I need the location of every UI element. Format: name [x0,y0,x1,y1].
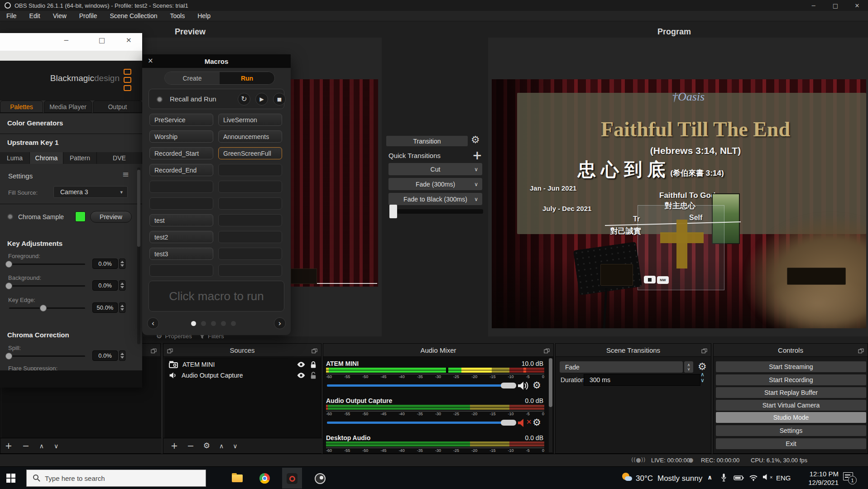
start-replay-buffer-button[interactable]: Start Replay Buffer [716,387,866,398]
bmd-tab-output[interactable]: Output [93,101,142,113]
popout-icon[interactable] [312,347,317,355]
notification-badge[interactable]: 1 [848,476,857,484]
chrome-icon[interactable] [259,473,270,484]
page-dot-active[interactable] [191,321,196,326]
chroma-preview-button[interactable]: Preview [90,211,132,223]
wifi-icon[interactable] [749,475,758,481]
mixer-ch1-gear-icon[interactable]: ⚙ [532,381,541,390]
key-tab-chroma[interactable]: Chroma [30,152,63,164]
bmd-minimize-icon[interactable]: − [63,37,69,44]
move-source-up-icon[interactable]: ∧ [219,443,224,449]
background-value[interactable]: 0.0% [92,280,118,291]
exit-button[interactable]: Exit [716,438,866,449]
settings-menu-icon[interactable]: ≡ [122,170,129,178]
add-scene-icon[interactable]: + [5,441,12,450]
move-source-down-icon[interactable]: ∨ [233,443,237,449]
macro-recorded-end[interactable]: Recorded_End [149,164,213,176]
add-source-icon[interactable]: + [171,441,178,450]
weather-icon[interactable] [621,472,633,484]
start-virtual-camera-button[interactable]: Start Virtual Camera [716,400,866,411]
move-scene-up-icon[interactable]: ∧ [39,443,44,449]
recall-radio[interactable] [157,96,163,102]
move-scene-down-icon[interactable]: ∨ [54,443,58,449]
play-icon[interactable]: ▶ [255,93,268,105]
foreground-slider[interactable] [9,264,85,265]
start-streaming-button[interactable]: Start Streaming [716,361,866,372]
stop-icon[interactable]: ■ [273,93,286,105]
lock-closed-icon[interactable] [310,361,317,369]
chroma-sample-color-swatch[interactable] [75,211,86,222]
spill-slider[interactable] [9,355,85,357]
page-dot[interactable] [221,321,226,326]
menu-help[interactable]: Help [191,11,217,21]
macro-slot-empty[interactable] [149,181,213,193]
obs-taskbar-icon[interactable] [315,473,326,484]
quick-transition-cut[interactable]: Cut∨ [388,163,482,175]
tbar-handle[interactable] [389,205,397,218]
key-edge-slider-handle[interactable] [40,305,47,312]
transition-button[interactable]: Transition [386,136,468,146]
page-next-icon[interactable]: › [274,317,286,329]
macro-slot-empty[interactable] [218,248,282,260]
weather-desc[interactable]: Mostly sunny [657,474,702,483]
studio-mode-button[interactable]: Studio Mode [716,412,866,423]
macro-test[interactable]: test [149,214,213,226]
page-prev-icon[interactable]: ‹ [147,317,159,329]
key-edge-spinner[interactable] [119,302,125,313]
transition-gear-icon[interactable]: ⚙ [471,135,480,145]
macro-test3[interactable]: test3 [149,248,213,260]
menu-tools[interactable]: Tools [164,11,192,21]
macro-slot-empty[interactable] [218,181,282,193]
visibility-eye-icon[interactable] [297,372,306,379]
transition-combo-spinner[interactable]: ∧∨ [684,361,693,373]
background-slider-handle[interactable] [5,283,12,289]
macros-tab-run[interactable]: Run [220,72,274,84]
bmd-menu-icon[interactable] [124,85,131,91]
chroma-sample-radio[interactable] [7,214,13,220]
mixer-ch1-slider-handle[interactable] [501,383,516,388]
weather-temp[interactable]: 30°C [636,474,653,483]
spill-spinner[interactable] [119,350,125,361]
menu-scene-collection[interactable]: Scene Collection [103,11,163,21]
duration-spinner[interactable]: ∧∨ [700,372,705,383]
foreground-spinner[interactable] [119,259,125,269]
bmd-menu-icon[interactable] [124,69,131,75]
macro-slot-empty[interactable] [218,164,282,176]
quick-transition-fade-black[interactable]: Fade to Black (300ms)∨ [388,193,482,205]
bmd-close-icon[interactable]: ✕ [126,37,132,44]
foreground-slider-handle[interactable] [5,261,12,268]
macro-recorded-start[interactable]: Recorded_Start [149,147,213,159]
visibility-eye-icon[interactable] [297,361,306,368]
bmd-tab-media-player[interactable]: Media Player [44,101,92,113]
recorder-app-icon[interactable] [287,473,297,484]
fill-source-dropdown[interactable]: Camera 3 ▾ [53,186,128,198]
mixer-ch1-volume-slider[interactable] [327,384,504,387]
macro-slot-empty[interactable] [218,214,282,226]
upstream-key-section[interactable]: Upstream Key 1 [7,139,58,146]
macro-slot-empty[interactable] [218,231,282,243]
key-tab-dve[interactable]: DVE [97,152,142,164]
macro-slot-empty[interactable] [218,264,282,277]
macro-greenscreenfull[interactable]: GreenScreenFull [218,147,282,159]
macro-livesermon[interactable]: LiveSermon [218,114,282,126]
source-properties-gear-icon[interactable]: ⚙ [203,442,210,450]
tray-expand-icon[interactable]: ∧ [707,474,712,480]
transition-settings-gear-icon[interactable]: ⚙ [698,362,707,372]
remove-source-icon[interactable]: − [187,441,194,450]
color-generators-section[interactable]: Color Generators [7,119,63,127]
menu-profile[interactable]: Profile [73,11,104,21]
page-dot[interactable] [211,321,216,326]
popout-icon[interactable] [544,347,550,355]
microphone-icon[interactable] [721,473,727,482]
key-edge-slider[interactable] [9,307,85,309]
source-row-audio-capture[interactable]: Audio Output Capture [164,370,321,381]
bmd-maximize-icon[interactable]: □ [99,37,105,44]
search-input[interactable] [26,470,206,487]
menu-edit[interactable]: Edit [23,11,47,21]
file-explorer-icon[interactable] [232,475,243,482]
macro-worship[interactable]: Worship [149,130,213,143]
foreground-value[interactable]: 0.0% [92,259,118,269]
battery-icon[interactable] [734,475,744,481]
bmd-tab-palettes[interactable]: Palettes [0,101,43,113]
mixer-scrollbar[interactable] [549,358,552,452]
